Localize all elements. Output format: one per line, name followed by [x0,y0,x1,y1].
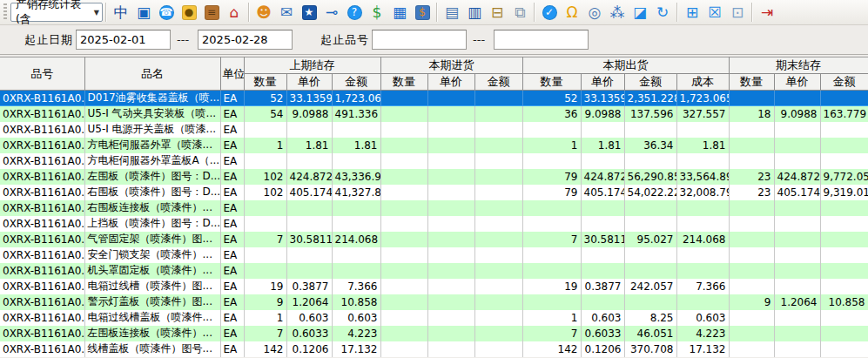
ledger-icon[interactable]: ▥ [463,2,486,24]
col-header-item-no[interactable]: 品号 [0,57,84,91]
cell-ending-price: 424.872 [774,169,820,185]
key-icon[interactable]: ⊸ [320,2,343,24]
cell-prev-price: 424.872 [286,169,332,185]
group-header-purchases[interactable]: 本期进货 [380,57,522,74]
col-header-unit[interactable]: 单位 [220,57,244,91]
dollar-icon[interactable]: $ [366,2,388,24]
cell-purchase-price [427,341,474,357]
cell-ending-amount [820,232,868,247]
table-row[interactable]: 0XRX-B1161A0...左围板连接板（喷漆件）...EA70.60334.… [0,326,868,341]
sitemap-icon[interactable]: ⁂ [606,2,629,24]
table-row[interactable]: 0XRX-B1161A0...U5-I 气动夹具安装板（喷...EA549.09… [0,106,868,122]
cell-purchase-amount [474,310,522,326]
home-icon: ⌂ [230,5,239,20]
users-icon[interactable]: ☻ [252,2,275,24]
cell-prev-amount: 0.603 [332,310,380,326]
monitor-cursor-icon[interactable]: ◪ [629,2,651,24]
table-row[interactable]: 0XRX-B1161A0...方电柜伺服器外罩（喷漆...EA11.811.81… [0,138,868,153]
cascade-icon[interactable]: ⊡ [726,2,749,24]
cell-prev-amount: 17.132 [332,341,380,357]
close-window-icon[interactable]: ☒ [703,2,726,24]
cell-ending-qty: 23 [729,185,774,200]
table-row[interactable]: 0XRX-B1161A0...D017油雾收集器盖板（喷...EA5233.13… [0,91,868,106]
cell-purchase-amount [474,263,522,279]
cell-item-name: 左围板连接板（喷漆件）... [84,326,220,341]
briefcase-icon[interactable]: ≡ [200,2,223,24]
cell-item-no: 0XRX-B1161A0... [0,91,84,106]
mail-icon[interactable]: ✉ [275,2,298,24]
date-from-input[interactable] [76,30,171,50]
check-icon[interactable]: ✓ [538,2,561,24]
col-header-end-qty[interactable]: 数量 [729,74,774,91]
toolbar-separator [751,3,753,22]
cell-ship-qty [522,200,581,216]
col-header-in-qty[interactable]: 数量 [380,74,427,91]
item-from-input[interactable] [372,30,467,50]
date-to-input[interactable] [198,30,293,50]
col-header-end-price[interactable]: 单价 [774,74,820,91]
col-header-end-amount[interactable]: 金额 [820,74,868,91]
user-dollar-icon[interactable]: $ [411,2,434,24]
cell-item-name: U5-I 气动夹具安装板（喷... [84,106,220,122]
group-header-shipments[interactable]: 本期出货 [522,57,729,74]
phone-icon[interactable]: ☎ [155,2,178,24]
group-header-prev-balance[interactable]: 上期结存 [244,57,380,74]
col-header-item-name[interactable]: 品名 [84,57,220,91]
table-row[interactable]: 0XRX-B1161A0...电箱过线槽盖板（喷漆件...EA10.6030.6… [0,310,868,326]
col-header-out-price[interactable]: 单价 [581,74,624,91]
table-row[interactable]: 0XRX-B1161A0...右围板（喷漆件）图号：D...EA102405.1… [0,185,868,200]
cell-unit: EA [220,169,244,185]
col-header-in-amount[interactable]: 金额 [474,74,522,91]
table-row[interactable]: 0XRX-B1161A0...右围板连接板（喷漆件）...EA [0,200,868,216]
report-refresh-icon[interactable]: ▤ [441,2,463,24]
cell-prev-amount [332,153,380,169]
notebook-star-icon[interactable]: ★ [298,2,320,24]
table-row[interactable]: 0XRX-B1161A0...U5-I 电源开关盖板（喷漆...EA [0,122,868,138]
cart-icon[interactable]: ▦ [388,2,411,24]
table-row[interactable]: 0XRX-B1161A0...安全门锁支架（喷漆件）...EA [0,247,868,263]
col-header-in-price[interactable]: 单价 [427,74,474,91]
table-row[interactable]: 0XRX-B1161A0...线槽盖板（喷漆件）图号...EA1420.1206… [0,341,868,357]
exit-icon[interactable]: ⇥ [756,2,778,24]
cell-item-name: 线槽盖板（喷漆件）图号... [84,341,220,357]
col-header-out-cost[interactable]: 成本 [676,74,729,91]
cell-prev-price [286,247,332,263]
cell-purchase-qty [380,169,427,185]
cell-purchase-price [427,310,474,326]
computer-icon[interactable]: ▣ [132,2,155,24]
report-type-dropdown[interactable]: 产销存统计表(含 ▼ [10,3,103,22]
cell-prev-qty: 54 [244,106,286,122]
col-header-prev-qty[interactable]: 数量 [244,74,286,91]
bell-icon: Ω [567,5,578,20]
home-icon[interactable]: ⌂ [223,2,246,24]
cell-ending-amount [820,326,868,341]
table-row[interactable]: 0XRX-B1161A0...左围板（喷漆件）图号：D...EA102424.8… [0,169,868,185]
table-row[interactable]: 0XRX-B1161A0...气管固定架（喷漆件）图...EA730.58112… [0,232,868,247]
window-icon[interactable]: ⊞ [681,2,703,24]
toolbar-grip[interactable] [3,3,7,21]
cell-ship-cost: 327.557 [676,106,729,122]
translate-icon[interactable]: 中 [110,2,132,24]
help-icon[interactable]: ? [343,2,366,24]
bell-icon[interactable]: Ω [561,2,583,24]
item-to-input[interactable] [494,30,589,50]
cell-ship-price [581,122,624,138]
col-header-out-qty[interactable]: 数量 [522,74,581,91]
table-row[interactable]: 0XRX-B1161A0...警示灯盖板（喷漆件）图...EA91.206410… [0,294,868,310]
lock-key-icon[interactable]: ● [178,2,200,24]
table-row[interactable]: 0XRX-B1161A0...方电柜伺服器外罩盖板A（...EA [0,153,868,169]
copy-icon[interactable]: ⧉ [508,2,531,24]
cell-purchase-price [427,138,474,153]
table-row[interactable]: 0XRX-B1161A0...机头罩固定板（喷漆件）...EA [0,263,868,279]
cell-item-name: 电箱过线槽（喷漆件）图... [84,279,220,294]
table-row[interactable]: 0XRX-B1161A0...上挡板（喷漆件）图号：D...EA [0,216,868,232]
table-row[interactable]: 0XRX-B1161A0...电箱过线槽（喷漆件）图...EA190.38777… [0,279,868,294]
col-header-prev-amount[interactable]: 金额 [332,74,380,91]
col-header-out-amount[interactable]: 金额 [624,74,676,91]
col-header-prev-price[interactable]: 单价 [286,74,332,91]
group-header-ending-balance[interactable]: 期末结存 [729,57,868,74]
drawer-icon[interactable]: ⊟ [486,2,508,24]
doc-search-icon[interactable]: ◎ [583,2,606,24]
cell-prev-price [286,153,332,169]
refresh-icon[interactable]: ↻ [651,2,674,24]
